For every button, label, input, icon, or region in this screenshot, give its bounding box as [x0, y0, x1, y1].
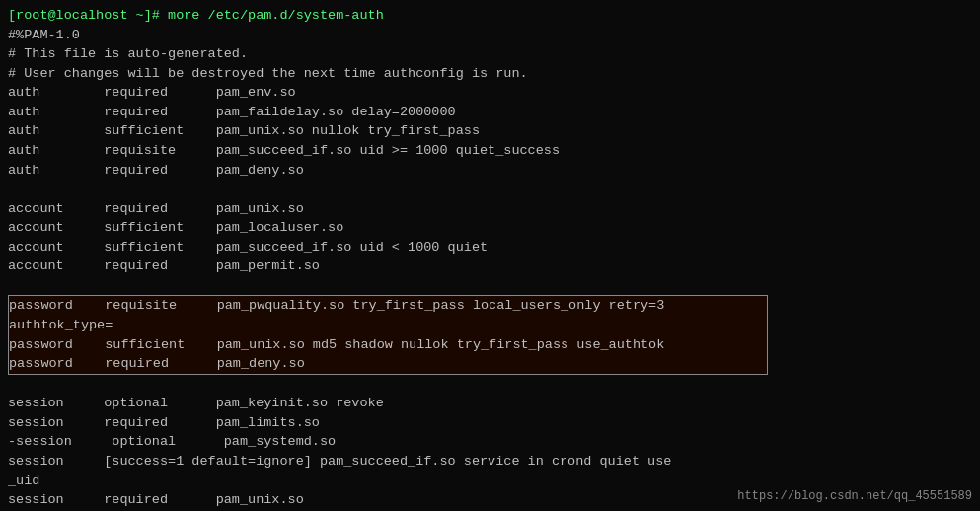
watermark: https://blog.csdn.net/qq_45551589 — [737, 489, 972, 503]
line-auto-generated: # This file is auto-generated. — [8, 44, 972, 64]
line-auth-unix: auth sufficient pam_unix.so nullok try_f… — [8, 121, 972, 141]
line-auth-faildelay: auth required pam_faildelay.so delay=200… — [8, 103, 972, 122]
prompt-top: [root@localhost ~]# more /etc/pam.d/syst… — [8, 6, 972, 26]
line-auth-deny: auth required pam_deny.so — [8, 161, 972, 181]
prompt-text: [root@localhost ~]# more /etc/pam.d/syst… — [8, 8, 384, 23]
terminal: [root@localhost ~]# more /etc/pam.d/syst… — [8, 6, 972, 505]
line-session-crond: session [success=1 default=ignore] pam_s… — [8, 452, 972, 472]
line-account-unix: account required pam_unix.so — [8, 199, 972, 219]
line-authtok-type: authtok_type= — [9, 316, 767, 335]
line-session-keyinit: session optional pam_keyinit.so revoke — [8, 394, 972, 413]
line-uid: _uid — [8, 472, 972, 491]
line-pam-version: #%PAM-1.0 — [8, 26, 972, 45]
highlight-block: password requisite pam_pwquality.so try_… — [8, 295, 768, 374]
line-session-limits: session required pam_limits.so — [8, 413, 972, 433]
line-password-deny: password required pam_deny.so — [9, 354, 767, 374]
line-account-localuser: account sufficient pam_localuser.so — [8, 218, 972, 238]
line-password-pwquality: password requisite pam_pwquality.so try_… — [9, 296, 767, 316]
line-session-systemd: -session optional pam_systemd.so — [8, 432, 972, 452]
line-account-succeed-if: account sufficient pam_succeed_if.so uid… — [8, 238, 972, 257]
line-auth-succeed-if: auth requisite pam_succeed_if.so uid >= … — [8, 141, 972, 161]
line-account-permit: account required pam_permit.so — [8, 256, 972, 276]
line-auth-env: auth required pam_env.so — [8, 83, 972, 103]
line-empty-3 — [8, 375, 972, 395]
line-password-unix: password sufficient pam_unix.so md5 shad… — [9, 335, 767, 355]
line-empty-2 — [8, 276, 972, 296]
line-user-changes: # User changes will be destroyed the nex… — [8, 64, 972, 84]
line-empty-1 — [8, 180, 972, 199]
